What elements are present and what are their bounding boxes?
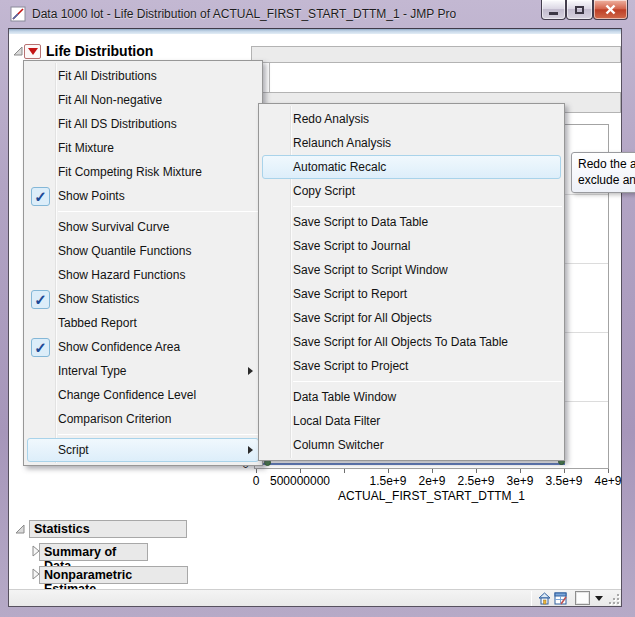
close-button[interactable] — [593, 0, 628, 20]
x-axis-tick-label: 4e+9 — [594, 474, 621, 488]
data-table-icon[interactable] — [554, 592, 567, 605]
menu-item-column-switcher[interactable]: Column Switcher — [262, 433, 561, 457]
x-axis-tick-mark — [520, 469, 521, 473]
menu-item-local-data-filter[interactable]: Local Data Filter — [262, 409, 561, 433]
menu-item-change-confidence-level[interactable]: Change Confidence Level — [27, 383, 259, 407]
menu-item-label: Fit All Distributions — [58, 69, 157, 83]
menu-item-show-quantile-functions[interactable]: Show Quantile Functions — [27, 239, 259, 263]
x-axis-tick-label: 1.5e+9 — [369, 474, 406, 488]
menu-item-label: Comparison Criterion — [58, 412, 171, 426]
status-bar-separator — [531, 591, 532, 606]
menu-item-label: Redo Analysis — [293, 112, 369, 126]
title-bar[interactable]: Data 1000 lot - Life Distribution of ACT… — [0, 0, 635, 28]
menu-item-save-script-to-report[interactable]: Save Script to Report — [262, 282, 561, 306]
menu-item-relaunch-analysis[interactable]: Relaunch Analysis — [262, 131, 561, 155]
minimize-icon — [549, 12, 558, 15]
x-axis-tick-mark — [432, 469, 433, 473]
maximize-button[interactable] — [566, 0, 593, 20]
menu-item-label: Local Data Filter — [293, 414, 380, 428]
menu-item-label: Data Table Window — [293, 390, 396, 404]
menu-item-redo-analysis[interactable]: Redo Analysis — [262, 107, 561, 131]
menu-item-fit-mixture[interactable]: Fit Mixture — [27, 136, 259, 160]
x-axis-tick-mark — [300, 469, 301, 473]
menu-item-gutter: ✓ — [28, 290, 58, 309]
panel-edge-line — [269, 63, 270, 92]
menu-item-label: Relaunch Analysis — [293, 136, 391, 150]
x-axis-tick-mark — [256, 469, 257, 473]
checkmark-icon: ✓ — [31, 338, 50, 357]
menu-item-label: Show Quantile Functions — [58, 244, 191, 258]
menu-item-save-script-for-all-objects[interactable]: Save Script for All Objects — [262, 306, 561, 330]
menu-item-save-script-to-script-window[interactable]: Save Script to Script Window — [262, 258, 561, 282]
menu-item-fit-all-non-negative[interactable]: Fit All Non-negative — [27, 88, 259, 112]
menu-item-show-hazard-functions[interactable]: Show Hazard Functions — [27, 263, 259, 287]
menu-separator — [293, 381, 562, 382]
menu-separator — [58, 211, 260, 212]
menu-item-show-survival-curve[interactable]: Show Survival Curve — [27, 215, 259, 239]
menu-item-fit-all-ds-distributions[interactable]: Fit All DS Distributions — [27, 112, 259, 136]
menu-item-script[interactable]: Script — [27, 438, 259, 462]
status-dropdown-arrow-icon[interactable] — [595, 596, 603, 601]
menu-separator — [293, 206, 562, 207]
x-axis-tick-mark — [476, 469, 477, 473]
red-triangle-icon — [28, 48, 38, 55]
menu-item-label: Fit Mixture — [58, 141, 114, 155]
panel-header-bar-top — [251, 46, 621, 63]
menu-item-label: Save Script to Data Table — [293, 215, 428, 229]
x-axis-title: ACTUAL_FIRST_START_DTTM_1 — [254, 489, 609, 503]
outline-statistics[interactable]: Statistics — [29, 520, 187, 538]
x-axis-tick-mark — [388, 469, 389, 473]
x-axis-tick-mark — [564, 469, 565, 473]
submenu-arrow-icon — [248, 446, 253, 454]
menu-item-label: Save Script to Report — [293, 287, 407, 301]
menu-item-label: Show Confidence Area — [58, 340, 180, 354]
menu-item-fit-all-distributions[interactable]: Fit All Distributions — [27, 64, 259, 88]
menu-item-tabbed-report[interactable]: Tabbed Report — [27, 311, 259, 335]
disclosure-expanded-icon[interactable] — [12, 45, 24, 57]
submenu-arrow-icon — [248, 367, 253, 375]
menu-item-save-script-for-all-objects-to-data-table[interactable]: Save Script for All Objects To Data Tabl… — [262, 330, 561, 354]
menu-item-label: Save Script to Project — [293, 359, 408, 373]
menu-item-label: Show Points — [58, 189, 125, 203]
menu-item-label: Change Confidence Level — [58, 388, 196, 402]
menu-item-save-script-to-journal[interactable]: Save Script to Journal — [262, 234, 561, 258]
status-bar — [9, 589, 621, 606]
menu-item-label: Fit All DS Distributions — [58, 117, 177, 131]
red-triangle-menu-button[interactable] — [24, 44, 41, 59]
x-axis-tick-label: 500000000 — [270, 474, 330, 488]
menu-item-show-statistics[interactable]: ✓Show Statistics — [27, 287, 259, 311]
outline-nonparametric-estimate[interactable]: Nonparametric Estimate — [39, 566, 188, 584]
menu-item-label: Column Switcher — [293, 438, 384, 452]
script-submenu: Redo AnalysisRelaunch AnalysisAutomatic … — [258, 103, 565, 461]
menu-item-fit-competing-risk-mixture[interactable]: Fit Competing Risk Mixture — [27, 160, 259, 184]
menu-item-save-script-to-project[interactable]: Save Script to Project — [262, 354, 561, 378]
tooltip-line-1: Redo the a — [578, 156, 635, 172]
resize-grip-icon[interactable] — [608, 593, 619, 604]
menu-item-label: Interval Type — [58, 364, 126, 378]
menu-item-data-table-window[interactable]: Data Table Window — [262, 385, 561, 409]
outline-summary-of-data[interactable]: Summary of Data — [39, 543, 148, 561]
tooltip: Redo the a exclude an — [571, 152, 635, 193]
menu-item-show-confidence-area[interactable]: ✓Show Confidence Area — [27, 335, 259, 359]
toolbar-accent-strip — [9, 29, 621, 35]
home-window-icon[interactable] — [538, 592, 551, 605]
menu-item-label: Tabbed Report — [58, 316, 137, 330]
close-icon — [605, 4, 616, 15]
window-state-button[interactable] — [575, 591, 590, 605]
menu-item-automatic-recalc[interactable]: Automatic Recalc — [262, 155, 561, 179]
menu-item-interval-type[interactable]: Interval Type — [27, 359, 259, 383]
disclosure-expanded-icon[interactable] — [14, 523, 26, 535]
menu-item-label: Save Script to Script Window — [293, 263, 448, 277]
menu-item-show-points[interactable]: ✓Show Points — [27, 184, 259, 208]
menu-item-comparison-criterion[interactable]: Comparison Criterion — [27, 407, 259, 431]
menu-item-label: Fit Competing Risk Mixture — [58, 165, 202, 179]
x-axis-tick-label: 3.5e+9 — [545, 474, 582, 488]
menu-item-save-script-to-data-table[interactable]: Save Script to Data Table — [262, 210, 561, 234]
menu-item-label: Copy Script — [293, 184, 355, 198]
outline-title-life-distribution[interactable]: Life Distribution — [46, 43, 153, 59]
x-axis-tick-labels: 05000000001.5e+92e+92.5e+93e+93.5e+94e+9 — [256, 474, 608, 488]
minimize-button[interactable] — [541, 0, 566, 20]
menu-item-copy-script[interactable]: Copy Script — [262, 179, 561, 203]
tooltip-line-2: exclude an — [578, 172, 635, 188]
menu-item-label: Show Statistics — [58, 292, 139, 306]
